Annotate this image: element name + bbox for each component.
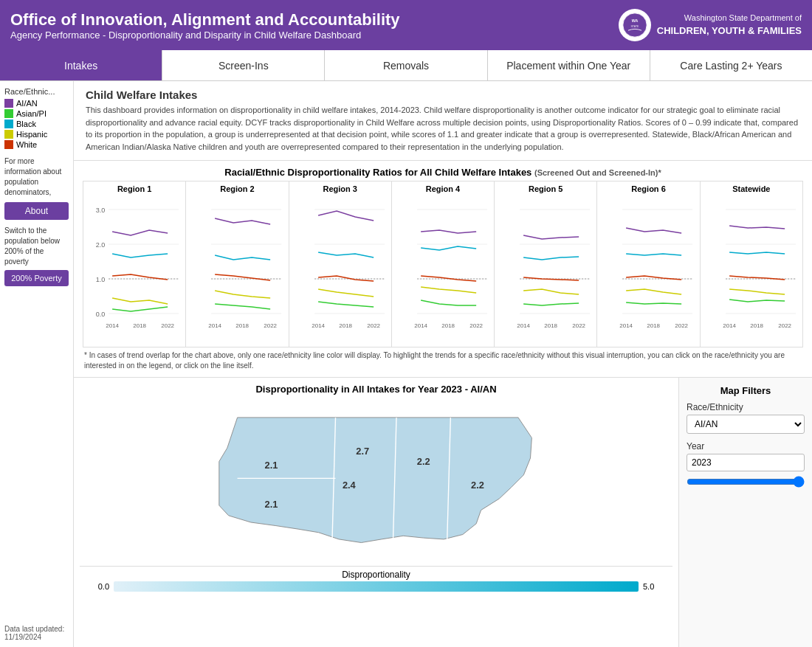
region-statewide-label: Statewide [702,184,801,193]
header-right: WA STATE Washington State Department of … [619,9,802,41]
regions-grid: Region 1 3.0 2.0 1.0 0.0 [83,181,803,347]
main-layout: Race/Ethnic... AI/AN Asian/PI Black Hisp… [0,81,812,647]
switch-text: Switch to the population below 200% of t… [4,226,69,267]
header-subtitle: Agency Performance - Disproportionality … [10,30,400,41]
disprop-bar-section: Disproportionality 0.0 5.0 [80,566,672,595]
year-label: Year [687,441,805,451]
region-4-svg: 2014 2018 2022 [393,195,492,342]
tab-placement[interactable]: Placement within One Year [488,50,650,80]
svg-text:STATE: STATE [630,25,639,28]
year-slider[interactable] [687,476,805,488]
svg-text:2.0: 2.0 [96,241,106,249]
region-5-label: Region 5 [496,184,595,193]
sidebar-info-text: For more information about population de… [4,156,69,198]
map-section: Disproportionality in All Intakes for Ye… [74,378,679,647]
region-chart-5: Region 5 2014 2018 2022 [495,181,597,347]
chart-section: Racial/Ethnic Disproportionality Ratios … [74,161,812,377]
svg-text:2014: 2014 [517,322,530,329]
map-filters-section: Map Filters Race/Ethnicity AI/AN Asian/P… [679,378,812,647]
region-chart-1: Region 1 3.0 2.0 1.0 0.0 [83,181,186,347]
poverty-button[interactable]: 200% Poverty [4,270,69,286]
tab-removals[interactable]: Removals [325,50,487,80]
svg-text:2022: 2022 [675,322,689,329]
svg-text:2014: 2014 [106,322,119,329]
legend-label-asianpi: Asian/PI [16,109,47,118]
sidebar: Race/Ethnic... AI/AN Asian/PI Black Hisp… [0,81,74,647]
info-box: Child Welfare Intakes This dashboard pro… [74,81,812,161]
legend-color-aian [4,99,13,108]
svg-text:2014: 2014 [414,322,427,329]
legend-item-asianpi[interactable]: Asian/PI [4,109,69,118]
legend-label-hispanic: Hispanic [16,130,47,139]
about-button[interactable]: About [4,202,69,220]
region-chart-statewide: Statewide 2014 2018 202 [701,181,802,347]
svg-text:2018: 2018 [339,322,352,329]
tab-screenins[interactable]: Screen-Ins [162,50,325,80]
legend-color-black [4,120,13,128]
region-5-svg: 2014 2018 2022 [496,195,595,342]
map-value-1: 2.7 [356,446,369,457]
chart-subtitle: (Screened Out and Screened-In)* [534,168,661,177]
year-input[interactable] [687,454,805,471]
svg-text:2022: 2022 [469,322,483,329]
bottom-section: Disproportionality in All Intakes for Ye… [74,377,812,647]
map-value-6: 2.2 [471,480,484,491]
map-value-2: 2.2 [417,456,430,467]
svg-text:2022: 2022 [367,322,380,329]
disprop-label: Disproportionality [89,570,664,580]
svg-text:2014: 2014 [312,322,325,329]
legend-item-aian[interactable]: AI/AN [4,99,69,108]
legend-label-black: Black [16,120,36,128]
svg-text:0.0: 0.0 [96,311,106,318]
region-3-label: Region 3 [291,184,390,193]
svg-text:2022: 2022 [161,322,174,329]
chart-title: Racial/Ethnic Disproportionality Ratios … [83,167,803,178]
svg-text:2014: 2014 [620,322,633,329]
map-value-5: 2.1 [264,499,278,510]
legend-item-hispanic[interactable]: Hispanic [4,130,69,139]
legend-title: Race/Ethnic... [4,87,69,96]
legend-label-aian: AI/AN [16,99,38,108]
content-area: Child Welfare Intakes This dashboard pro… [74,81,812,647]
agency-text: Washington State Department of CHILDREN,… [657,13,802,38]
info-body: This dashboard provides information on d… [86,104,800,153]
region-chart-2: Region 2 2014 2018 2022 [186,181,289,347]
info-heading: Child Welfare Intakes [86,89,800,101]
wa-state-shape [219,418,532,543]
region-chart-3: Region 3 2014 2018 2022 [289,181,392,347]
map-value-3: 2.4 [343,480,357,491]
tab-bar: Intakes Screen-Ins Removals Placement wi… [0,50,812,81]
region-3-svg: 2014 2018 2022 [291,195,390,342]
svg-text:1.0: 1.0 [96,276,106,283]
legend-color-white [4,140,13,149]
map-value-4: 2.1 [264,460,278,471]
region-6-svg: 2014 2018 2022 [599,195,698,342]
bar-track[interactable] [114,581,639,592]
svg-text:2022: 2022 [264,322,278,329]
svg-text:2022: 2022 [778,322,791,329]
tab-care-lasting[interactable]: Care Lasting 2+ Years [650,50,812,80]
region-1-label: Region 1 [85,184,184,193]
tab-intakes[interactable]: Intakes [0,50,162,80]
race-ethnicity-select[interactable]: AI/AN Asian/PI Black Hispanic White [687,415,805,434]
svg-text:3.0: 3.0 [96,207,106,214]
svg-text:2014: 2014 [209,322,222,329]
header-title: Office of Innovation, Alignment and Acco… [10,10,400,30]
svg-text:2018: 2018 [236,322,250,329]
race-ethnicity-label: Race/Ethnicity [687,402,805,412]
svg-text:2018: 2018 [750,322,763,329]
legend-item-white[interactable]: White [4,140,69,149]
svg-text:2018: 2018 [441,322,455,329]
region-statewide-svg: 2014 2018 2022 [702,195,801,342]
chart-footnote: * In cases of trend overlap for the char… [83,350,803,371]
svg-text:2018: 2018 [647,322,661,329]
region-chart-4: Region 4 2014 2018 2022 [392,181,495,347]
legend-color-asianpi [4,109,13,118]
legend-item-black[interactable]: Black [4,120,69,128]
agency-bold: CHILDREN, YOUTH & FAMILIES [657,24,802,38]
region-1-svg: 3.0 2.0 1.0 0.0 [85,195,184,342]
region-2-svg: 2014 2018 2022 [187,195,286,342]
agency-name: Washington State Department of [684,13,802,22]
svg-text:2022: 2022 [572,322,585,329]
wa-state-map[interactable]: 2.7 2.2 2.4 2.1 2.1 2.2 [80,401,672,563]
